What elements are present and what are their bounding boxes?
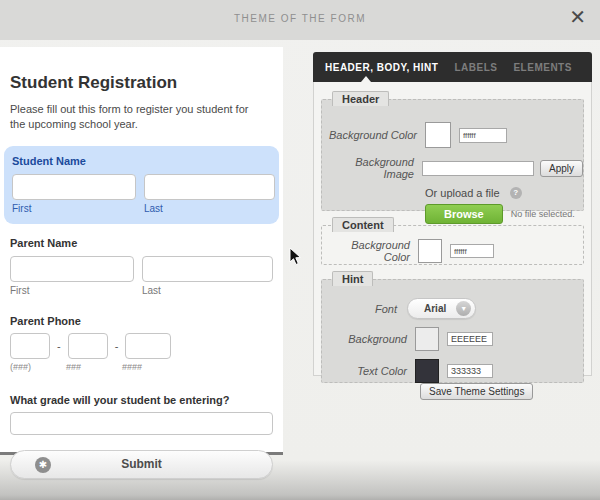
parent-first-name-input[interactable] — [10, 256, 134, 282]
student-first-sublabel: First — [12, 203, 144, 214]
hint-text-color-input[interactable] — [447, 364, 493, 378]
parent-phone-field-group[interactable]: Parent Phone - - (###) ### #### — [10, 315, 273, 372]
modal-titlebar: THEME OF THE FORM ✕ — [0, 0, 600, 40]
info-icon[interactable]: ? — [510, 187, 522, 199]
phone-line-hint: #### — [122, 362, 142, 372]
parent-last-name-input[interactable] — [142, 256, 273, 282]
header-section-title: Header — [332, 91, 389, 106]
phone-area-input[interactable] — [10, 333, 50, 359]
phone-area-hint: (###) — [10, 362, 66, 372]
no-file-text: No file selected. — [511, 209, 575, 219]
student-name-field-group[interactable]: Student Name First Last — [4, 146, 279, 224]
hint-background-label: Background — [322, 333, 407, 345]
content-section: Content Background Color — [321, 225, 584, 265]
theme-tabbar: HEADER, BODY, HINT LABELS ELEMENTS — [313, 52, 592, 82]
close-icon[interactable]: ✕ — [569, 7, 586, 27]
parent-name-field-group[interactable]: Parent Name First Last — [10, 237, 273, 296]
content-bg-color-swatch[interactable] — [418, 239, 442, 263]
form-title: Student Registration — [10, 73, 273, 93]
modal-title: THEME OF THE FORM — [0, 13, 600, 24]
parent-last-sublabel: Last — [142, 285, 161, 296]
hint-background-input[interactable] — [447, 332, 493, 346]
header-bg-color-label: Background Color — [322, 129, 417, 141]
content-bg-color-label: Background Color — [322, 239, 410, 263]
header-bg-color-input[interactable] — [459, 128, 507, 143]
or-upload-label: Or upload a file — [425, 187, 500, 199]
student-last-name-input[interactable] — [144, 174, 275, 200]
parent-phone-label: Parent Phone — [10, 315, 273, 327]
header-bg-color-swatch[interactable] — [425, 122, 451, 148]
submit-button-label: Submit — [121, 457, 162, 471]
font-dropdown-value: Arial — [424, 303, 446, 314]
hint-section: Hint Font Arial ▼ Background Text Color — [321, 279, 584, 383]
tab-elements[interactable]: ELEMENTS — [513, 62, 571, 73]
hint-font-label: Font — [322, 303, 397, 315]
phone-dash: - — [57, 340, 61, 352]
form-description: Please fill out this form to register yo… — [10, 102, 262, 132]
grade-field-group[interactable]: What grade will your student be entering… — [10, 394, 273, 435]
gear-icon[interactable]: ✱ — [35, 457, 51, 473]
content-section-title: Content — [332, 217, 394, 232]
browse-button[interactable]: Browse — [425, 204, 503, 224]
submit-button[interactable]: ✱ Submit — [10, 450, 273, 479]
phone-dash: - — [115, 340, 119, 352]
save-theme-settings-button[interactable]: Save Theme Settings — [420, 383, 533, 400]
phone-prefix-hint: ### — [66, 362, 122, 372]
grade-input[interactable] — [10, 412, 273, 435]
hint-background-swatch[interactable] — [415, 327, 439, 351]
header-section: Header Background Color Background Image… — [321, 99, 584, 211]
phone-line-input[interactable] — [125, 333, 171, 359]
header-bg-image-label: Background Image — [322, 156, 414, 180]
font-dropdown[interactable]: Arial ▼ — [407, 298, 476, 319]
hint-text-color-swatch[interactable] — [415, 359, 439, 383]
parent-name-label: Parent Name — [10, 237, 273, 249]
hint-section-title: Hint — [332, 271, 373, 286]
chevron-down-icon: ▼ — [456, 301, 471, 316]
phone-prefix-input[interactable] — [68, 333, 108, 359]
apply-button[interactable]: Apply — [540, 160, 583, 177]
tab-header-body-hint[interactable]: HEADER, BODY, HINT — [325, 62, 438, 73]
student-name-label: Student Name — [12, 155, 271, 167]
student-last-sublabel: Last — [144, 203, 163, 214]
tab-labels[interactable]: LABELS — [454, 62, 497, 73]
mouse-cursor-icon — [289, 247, 303, 267]
parent-first-sublabel: First — [10, 285, 142, 296]
grade-question-label: What grade will your student be entering… — [10, 394, 273, 406]
student-first-name-input[interactable] — [12, 174, 136, 200]
form-preview-panel: Student Registration Please fill out thi… — [0, 47, 283, 455]
content-bg-color-input[interactable] — [450, 244, 494, 258]
hint-text-color-label: Text Color — [322, 365, 407, 377]
theme-editor-panel: Header Background Color Background Image… — [313, 82, 592, 376]
header-bg-image-input[interactable] — [422, 161, 534, 176]
